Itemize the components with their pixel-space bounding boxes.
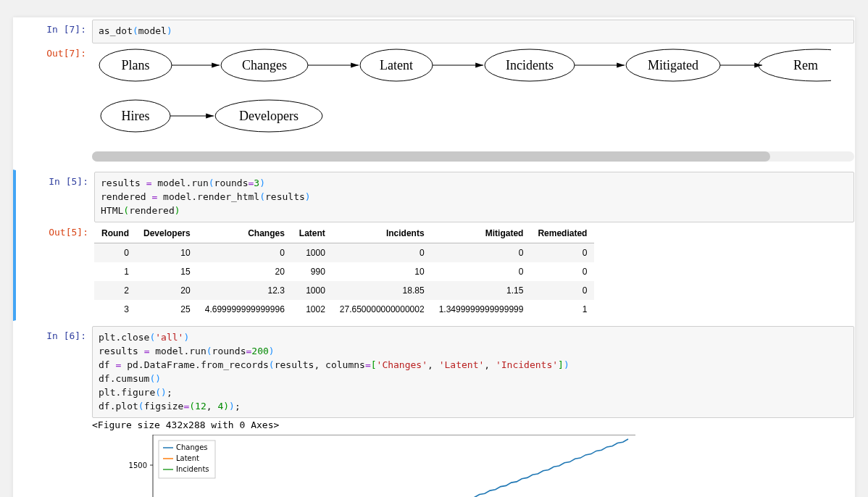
legend-incidents: Incidents	[176, 465, 209, 473]
series-changes	[469, 439, 628, 497]
col-latent: Latent	[292, 224, 333, 243]
figure-size-text: <Figure size 432x288 with 0 Axes>	[92, 418, 854, 435]
node-changes: Changes	[242, 58, 287, 72]
table-row: 22012.3100018.851.150	[94, 281, 594, 300]
cell-6: In [6]: plt.close('all') results = model…	[13, 324, 855, 497]
in-prompt-6: In [6]:	[14, 326, 92, 341]
node-latent: Latent	[380, 58, 413, 72]
dag-svg: Plans Changes Latent Incidents Mitigated	[92, 43, 831, 145]
col-mitigated: Mitigated	[432, 224, 531, 243]
empty-prompt	[14, 418, 92, 422]
table-row: 115209901000	[94, 262, 594, 281]
node-mitigated: Mitigated	[648, 58, 698, 72]
code-input-7[interactable]: as_dot(model)	[92, 20, 854, 43]
graphviz-output: Plans Changes Latent Incidents Mitigated	[92, 43, 854, 164]
code-input-6[interactable]: plt.close('all') results = model.run(rou…	[92, 326, 854, 418]
notebook-body: In [7]: as_dot(model) Out[7]: Plans	[13, 17, 855, 497]
legend-changes: Changes	[176, 443, 208, 451]
cell-5: In [5]: results = model.run(rounds=3) re…	[13, 170, 855, 322]
out-prompt-7: Out[7]:	[14, 43, 92, 59]
col-developers: Developers	[136, 224, 198, 243]
col-incidents: Incidents	[333, 224, 432, 243]
ytick-1500: 1500	[129, 462, 147, 469]
code-input-5[interactable]: results = model.run(rounds=3) rendered =…	[94, 172, 854, 223]
results-table: RoundDevelopersChangesLatentIncidentsMit…	[94, 224, 594, 319]
col-round: Round	[94, 224, 136, 243]
scrollbar-thumb[interactable]	[92, 151, 770, 162]
node-plans: Plans	[121, 58, 149, 72]
node-developers: Developers	[239, 109, 299, 123]
in-prompt-7: In [7]:	[14, 20, 92, 35]
table-row: 01001000000	[94, 243, 594, 263]
node-incidents: Incidents	[506, 58, 554, 72]
table-row: 3254.699999999999996100227.6500000000000…	[94, 300, 594, 319]
col-remediated: Remediated	[530, 224, 594, 243]
node-hires: Hires	[122, 109, 150, 123]
cell-7: In [7]: as_dot(model) Out[7]: Plans	[13, 17, 855, 167]
line-chart: 1500 Changes Latent Incidents	[121, 435, 643, 497]
col-changes: Changes	[198, 224, 292, 243]
node-rem-partial: Rem	[793, 58, 818, 72]
out-prompt-5: Out[5]:	[16, 222, 94, 238]
graph-horizontal-scrollbar[interactable]	[92, 151, 854, 162]
in-prompt-5: In [5]:	[16, 172, 94, 187]
legend-latent: Latent	[176, 454, 199, 462]
jupyter-page: In [7]: as_dot(model) Out[7]: Plans	[0, 0, 868, 497]
